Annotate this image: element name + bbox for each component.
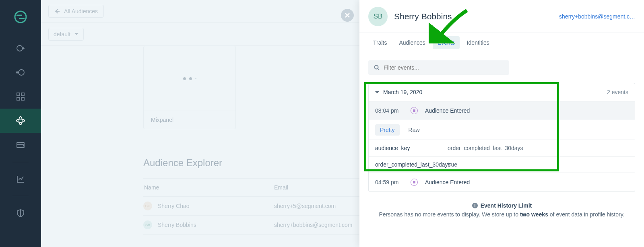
limit-message: Event History Limit Personas has no more… xyxy=(368,202,635,218)
event-search[interactable] xyxy=(368,60,509,75)
svg-point-9 xyxy=(19,117,22,125)
profile-email-link[interactable]: sherry+bobbins@segment.c… xyxy=(559,13,635,20)
search-input[interactable] xyxy=(384,64,504,71)
event-row[interactable]: 08:04 pm Audience Entered xyxy=(369,101,635,120)
kv-key: order_completed_last_30days xyxy=(375,161,448,168)
close-panel-button[interactable] xyxy=(341,9,354,22)
event-name: Audience Entered xyxy=(425,107,470,114)
svg-rect-17 xyxy=(475,205,475,207)
nav-dest-icon[interactable] xyxy=(0,60,41,84)
tab-audiences[interactable]: Audiences xyxy=(394,36,430,49)
nav-chart-icon[interactable] xyxy=(0,167,41,191)
event-name: Audience Entered xyxy=(425,179,470,185)
profile-avatar: SB xyxy=(368,7,388,26)
profile-panel: SB Sherry Bobbins sherry+bobbins@segment… xyxy=(359,0,644,247)
modal-overlay[interactable] xyxy=(41,0,359,247)
kv-row: order_completed_last_30days true xyxy=(369,156,635,173)
panel-body: March 19, 2020 2 events 08:04 pm Audienc… xyxy=(359,52,644,247)
kv-row: audience_key order_completed_last_30days xyxy=(369,140,635,156)
caret-down-icon xyxy=(375,91,379,93)
panel-tabs: Traits Audiences Events Identities xyxy=(359,33,644,52)
tab-traits[interactable]: Traits xyxy=(368,36,392,49)
svg-rect-4 xyxy=(17,93,20,96)
left-sidebar xyxy=(0,0,41,247)
svg-point-13 xyxy=(375,66,378,69)
event-type-icon xyxy=(411,179,418,186)
svg-rect-7 xyxy=(21,97,24,100)
event-group: March 19, 2020 2 events 08:04 pm Audienc… xyxy=(368,83,635,192)
group-count: 2 events xyxy=(607,89,628,95)
event-time: 04:59 pm xyxy=(375,179,403,185)
profile-name: Sherry Bobbins xyxy=(394,12,452,21)
sidebar-divider-2 xyxy=(12,196,29,196)
nav-grid-icon[interactable] xyxy=(0,84,41,109)
event-detail: Pretty Raw audience_key order_completed_… xyxy=(369,120,635,173)
group-date: March 19, 2020 xyxy=(383,89,422,95)
sidebar-divider xyxy=(12,162,29,162)
svg-line-14 xyxy=(378,69,379,70)
tab-identities[interactable]: Identities xyxy=(462,36,494,49)
info-icon xyxy=(472,202,478,209)
svg-point-2 xyxy=(17,45,23,51)
kv-key: audience_key xyxy=(375,145,448,151)
svg-point-8 xyxy=(17,119,25,122)
event-time: 08:04 pm xyxy=(375,107,403,114)
kv-val: true xyxy=(448,161,457,168)
tab-events[interactable]: Events xyxy=(433,36,460,49)
nav-card-icon[interactable] xyxy=(0,133,41,157)
logo-icon xyxy=(12,9,29,25)
nav-shield-icon[interactable] xyxy=(0,201,41,225)
detail-tab-raw[interactable]: Raw xyxy=(404,124,425,136)
svg-rect-16 xyxy=(475,204,475,205)
panel-header: SB Sherry Bobbins sherry+bobbins@segment… xyxy=(359,0,644,33)
svg-rect-5 xyxy=(21,93,24,96)
detail-tab-pretty[interactable]: Pretty xyxy=(375,124,400,136)
event-type-icon xyxy=(411,107,418,114)
group-header[interactable]: March 19, 2020 2 events xyxy=(369,83,635,101)
event-row[interactable]: 04:59 pm Audience Entered xyxy=(369,173,635,191)
close-icon xyxy=(345,12,350,18)
svg-rect-6 xyxy=(17,97,20,100)
nav-personas-icon[interactable] xyxy=(0,109,41,133)
search-icon xyxy=(374,65,380,70)
limit-title: Event History Limit xyxy=(481,202,532,209)
svg-point-3 xyxy=(19,70,24,75)
nav-source-icon[interactable] xyxy=(0,36,41,60)
kv-val: order_completed_last_30days xyxy=(448,145,523,151)
